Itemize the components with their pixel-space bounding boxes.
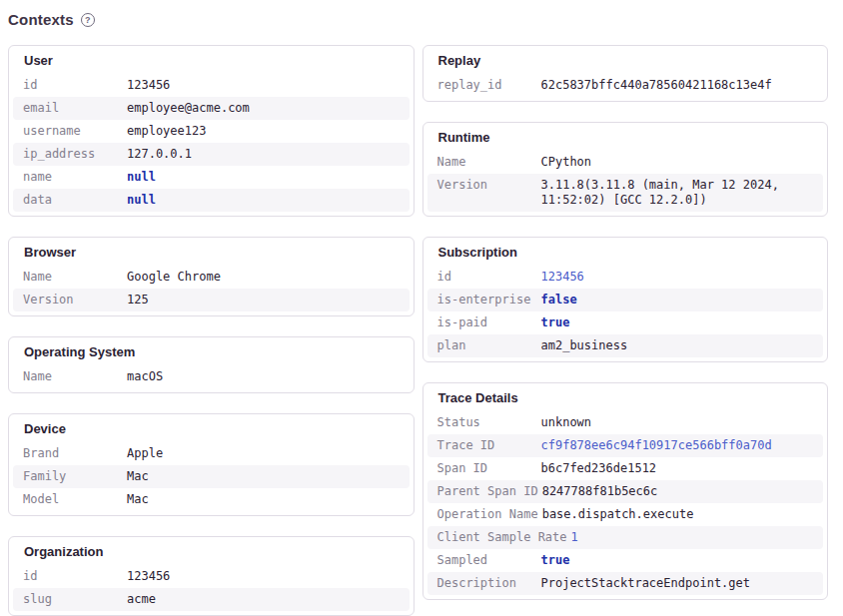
help-icon[interactable]: ? <box>81 13 95 27</box>
row-value: 127.0.0.1 <box>127 147 400 162</box>
row-value: b6c7fed236de1512 <box>541 461 814 476</box>
row-value: base.dispatch.execute <box>542 507 813 522</box>
context-row-name: name null <box>13 166 410 189</box>
context-row-email: email employee@acme.com <box>13 97 410 120</box>
contexts-left-column: User id 123456 email employee@acme.com u… <box>8 45 415 616</box>
context-row-id: id 123456 <box>13 565 410 588</box>
context-card-rows: id 123456 email employee@acme.com userna… <box>13 74 410 212</box>
row-key: email <box>23 101 123 116</box>
row-value: 8247788f81b5ec6c <box>542 484 813 499</box>
context-row-trace-id: Trace ID cf9f878ee6c94f10917ce566bff0a70… <box>427 434 824 457</box>
context-card-title: Replay <box>427 51 824 74</box>
row-value: 1 <box>571 530 813 545</box>
context-card-title: Trace Details <box>427 388 824 411</box>
row-value: false <box>541 293 814 308</box>
row-key: name <box>23 170 123 185</box>
row-key: id <box>23 78 123 93</box>
context-row-id: id 123456 <box>13 74 410 97</box>
row-key: Name <box>23 369 123 384</box>
row-key: Name <box>23 270 123 285</box>
context-card-rows: Name CPython Version 3.11.8(3.11.8 (main… <box>427 151 824 212</box>
row-key: Description <box>437 576 537 591</box>
context-card-replay: Replay replay_id 62c5837bffc440a78560421… <box>422 45 829 102</box>
context-card-rows: Name macOS <box>13 365 410 388</box>
context-card-subscription: Subscription id 123456 is-enterprise fal… <box>422 237 829 362</box>
contexts-right-column: Replay replay_id 62c5837bffc440a78560421… <box>422 45 829 600</box>
row-value: employee@acme.com <box>127 101 400 116</box>
context-row-span-id: Span ID b6c7fed236de1512 <box>427 457 824 480</box>
context-row-operation-name: Operation Name base.dispatch.execute <box>427 503 824 526</box>
context-row-sampled: Sampled true <box>427 549 824 572</box>
context-row-name: Name macOS <box>13 365 410 388</box>
contexts-header: Contexts ? <box>8 12 828 28</box>
row-key: replay_id <box>437 78 537 93</box>
row-key: Status <box>437 415 537 430</box>
context-row-replay-id: replay_id 62c5837bffc440a78560421168c13e… <box>427 74 824 97</box>
page-title: Contexts <box>8 12 74 28</box>
row-key: Version <box>437 178 537 208</box>
context-row-parent-span-id: Parent Span ID 8247788f81b5ec6c <box>427 480 824 503</box>
context-card-title: User <box>13 51 410 74</box>
context-row-version: Version 3.11.8(3.11.8 (main, Mar 12 2024… <box>427 174 824 212</box>
context-card-title: Organization <box>13 542 410 565</box>
row-value: true <box>541 553 814 568</box>
context-row-id: id 123456 <box>427 266 824 289</box>
row-value: Mac <box>127 469 400 484</box>
context-card-title: Browser <box>13 243 410 266</box>
context-row-name: Name Google Chrome <box>13 266 410 289</box>
context-row-is-enterprise: is-enterprise false <box>427 289 824 311</box>
context-card-rows: Name Google Chrome Version 125 <box>13 266 410 311</box>
row-value: employee123 <box>127 124 400 139</box>
row-key: Trace ID <box>437 438 537 453</box>
row-value: 123456 <box>127 78 400 93</box>
row-key: is-paid <box>437 315 537 330</box>
context-card-rows: id 123456 slug acme <box>13 565 410 611</box>
context-row-plan: plan am2_business <box>427 334 824 357</box>
contexts-section: Contexts ? User id 123456 email employee… <box>0 0 843 616</box>
row-key: ip_address <box>23 147 123 162</box>
row-value: Mac <box>127 492 400 507</box>
row-value: 62c5837bffc440a78560421168c13e4f <box>541 78 814 93</box>
row-value: 125 <box>127 293 400 308</box>
context-row-brand: Brand Apple <box>13 442 410 465</box>
row-value: macOS <box>127 369 400 384</box>
row-key: Family <box>23 469 123 484</box>
context-card-title: Device <box>13 419 410 442</box>
context-row-description: Description ProjectStacktraceEndpoint.ge… <box>427 572 824 595</box>
context-row-client-sample-rate: Client Sample Rate 1 <box>427 526 824 549</box>
row-value: unknown <box>541 415 814 430</box>
row-key: is-enterprise <box>437 293 537 308</box>
context-card-title: Runtime <box>427 128 824 151</box>
context-card-user: User id 123456 email employee@acme.com u… <box>8 45 415 217</box>
context-row-name: Name CPython <box>427 151 824 174</box>
row-key: plan <box>437 338 537 353</box>
row-key: Operation Name <box>437 507 538 522</box>
context-card-operating-system: Operating System Name macOS <box>8 336 415 393</box>
contexts-columns: User id 123456 email employee@acme.com u… <box>8 45 828 616</box>
context-card-title: Subscription <box>427 243 824 266</box>
context-row-model: Model Mac <box>13 488 410 511</box>
row-key: Brand <box>23 446 123 461</box>
row-value: true <box>541 315 814 330</box>
row-key: Parent Span ID <box>437 484 538 499</box>
context-row-version: Version 125 <box>13 289 410 311</box>
row-value: Apple <box>127 446 400 461</box>
context-card-organization: Organization id 123456 slug acme <box>8 536 415 616</box>
row-value: am2_business <box>541 338 814 353</box>
context-card-runtime: Runtime Name CPython Version 3.11.8(3.11… <box>422 122 829 217</box>
context-card-rows: id 123456 is-enterprise false is-paid tr… <box>427 266 824 357</box>
row-value: Google Chrome <box>127 270 400 285</box>
context-card-trace-details: Trace Details Status unknown Trace ID cf… <box>422 382 829 600</box>
row-value: ProjectStacktraceEndpoint.get <box>541 576 814 591</box>
row-value: null <box>127 170 400 185</box>
context-row-ip-address: ip_address 127.0.0.1 <box>13 143 410 166</box>
row-key: id <box>23 569 123 584</box>
row-key: Client Sample Rate <box>437 530 567 545</box>
row-key: username <box>23 124 123 139</box>
row-value: acme <box>127 592 400 607</box>
row-key: id <box>437 270 537 285</box>
row-value: null <box>127 193 400 208</box>
context-card-rows: Brand Apple Family Mac Model Mac <box>13 442 410 511</box>
context-row-is-paid: is-paid true <box>427 311 824 334</box>
trace-id-link[interactable]: cf9f878ee6c94f10917ce566bff0a70d <box>541 438 814 453</box>
